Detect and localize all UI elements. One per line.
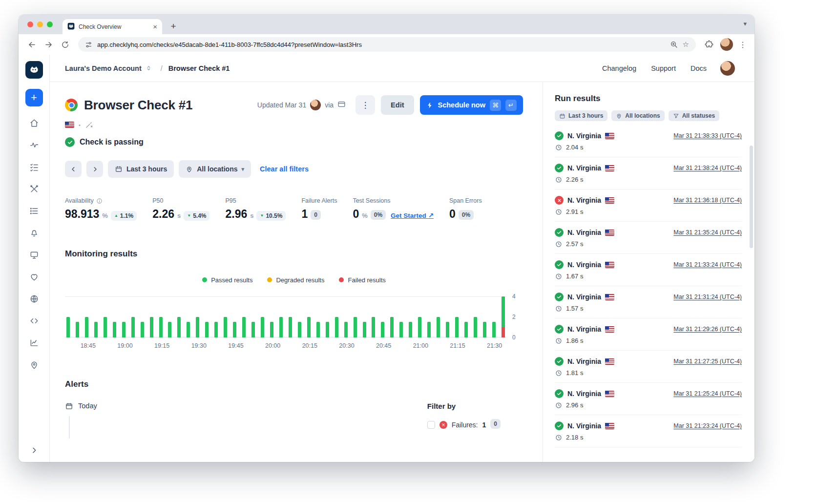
window-zoom-button[interactable] <box>47 21 53 27</box>
run-result-row[interactable]: N. VirginiaMar 31 21:23:24 (UTC-4)2.18 s <box>555 415 742 447</box>
run-status-failed-icon <box>555 196 564 205</box>
url-text[interactable]: app.checklyhq.com/checks/e45dacab-8de1-4… <box>97 41 665 48</box>
chart-bar <box>399 296 403 337</box>
updated-info: Updated Mar 31 via <box>257 100 346 110</box>
run-status-passed-icon <box>555 421 564 430</box>
run-status-passed-icon <box>555 228 564 237</box>
run-timestamp-link[interactable]: Mar 31 21:35:24 (UTC-4) <box>673 229 742 236</box>
sidebar-home-icon[interactable] <box>25 114 43 132</box>
time-range-next-button[interactable] <box>86 161 103 177</box>
extensions-icon[interactable] <box>702 37 716 52</box>
header-link-docs[interactable]: Docs <box>691 64 707 72</box>
sidebar-maintenance-icon[interactable] <box>25 180 43 198</box>
sidebar-groups-icon[interactable] <box>25 202 43 220</box>
run-result-row[interactable]: N. VirginiaMar 31 21:38:24 (UTC-4)2.26 s <box>555 157 742 189</box>
runs-filter-chip-pin[interactable]: All locations <box>611 110 664 121</box>
run-timestamp-link[interactable]: Mar 31 21:33:24 (UTC-4) <box>673 261 742 268</box>
run-result-row[interactable]: N. VirginiaMar 31 21:25:24 (UTC-4)2.96 s <box>555 383 742 415</box>
locations-filter-label: All locations <box>197 165 237 173</box>
run-result-row[interactable]: N. VirginiaMar 31 21:36:18 (UTC-4)2.91 s <box>555 189 742 222</box>
passed-segment <box>354 317 357 337</box>
browser-profile-avatar[interactable] <box>720 38 733 51</box>
time-range-filter-button[interactable]: Last 3 hours <box>108 160 174 178</box>
sidebar-analytics-icon[interactable] <box>25 334 43 352</box>
more-actions-button[interactable]: ⋮ <box>356 95 375 115</box>
legend-item: Failed results <box>339 276 385 284</box>
new-tab-button[interactable]: + <box>167 20 180 33</box>
passed-segment <box>372 317 375 337</box>
passed-segment <box>242 317 246 337</box>
run-result-row[interactable]: N. VirginiaMar 31 21:29:26 (UTC-4)1.86 s <box>555 318 742 351</box>
edit-button[interactable]: Edit <box>381 95 414 115</box>
stat-unit: s <box>250 212 253 219</box>
back-button[interactable] <box>24 37 39 52</box>
chart-bar <box>270 296 273 337</box>
bookmark-star-icon[interactable]: ☆ <box>683 40 689 49</box>
url-bar[interactable]: app.checklyhq.com/checks/e45dacab-8de1-4… <box>78 37 696 52</box>
run-location: N. Virginia <box>567 293 601 301</box>
tab-close-icon[interactable]: × <box>153 23 157 30</box>
runs-filter-chip-statuses[interactable]: All statuses <box>669 110 719 121</box>
sidebar-private-locations-icon[interactable] <box>25 290 43 308</box>
breadcrumb-account[interactable]: Laura's Demo Account <box>65 64 142 72</box>
failures-checkbox[interactable] <box>427 421 435 429</box>
chart-bar <box>344 296 348 337</box>
run-timestamp-link[interactable]: Mar 31 21:25:24 (UTC-4) <box>673 390 742 397</box>
zoom-icon[interactable] <box>670 41 678 48</box>
info-icon[interactable] <box>96 198 103 204</box>
app-header: Laura's Demo Account / Browser Check #1 … <box>50 55 754 82</box>
run-result-row[interactable]: N. VirginiaMar 31 21:31:24 (UTC-4)1.57 s <box>555 286 742 318</box>
sidebar-snippets-icon[interactable] <box>25 312 43 330</box>
stat-label: Failure Alerts <box>301 197 337 204</box>
checkly-logo[interactable] <box>25 61 43 79</box>
sidebar-collapse-icon[interactable] <box>30 446 38 454</box>
get-started-link[interactable]: Get Started ↗ <box>391 211 434 219</box>
browser-tab[interactable]: Check Overview × <box>63 19 162 34</box>
scrollbar-thumb[interactable] <box>750 146 753 248</box>
run-timestamp-link[interactable]: Mar 31 21:23:24 (UTC-4) <box>673 422 742 429</box>
run-timestamp-link[interactable]: Mar 31 21:36:18 (UTC-4) <box>673 197 742 204</box>
run-result-row[interactable]: N. VirginiaMar 31 21:33:24 (UTC-4)1.67 s <box>555 254 742 286</box>
run-timestamp-link[interactable]: Mar 31 21:31:24 (UTC-4) <box>673 294 742 300</box>
window-close-button[interactable] <box>27 21 33 27</box>
sidebar-checks-icon[interactable] <box>25 158 43 176</box>
sidebar-dashboards-icon[interactable] <box>25 246 43 264</box>
tab-search-chevron-icon[interactable]: ▾ <box>743 20 747 27</box>
run-timestamp-link[interactable]: Mar 31 21:38:24 (UTC-4) <box>673 165 742 171</box>
sidebar-locations-icon[interactable] <box>25 356 43 374</box>
time-range-prev-button[interactable] <box>65 161 82 177</box>
sidebar-performance-icon[interactable] <box>25 136 43 154</box>
sidebar-heartbeats-icon[interactable] <box>25 268 43 286</box>
run-location: N. Virginia <box>567 132 601 140</box>
site-settings-icon[interactable] <box>85 41 92 48</box>
user-avatar[interactable] <box>720 61 735 76</box>
run-result-row[interactable]: N. VirginiaMar 31 21:35:24 (UTC-4)2.57 s <box>555 222 742 254</box>
run-timestamp-link[interactable]: Mar 31 21:27:25 (UTC-4) <box>673 358 742 365</box>
chart-bar <box>242 296 246 337</box>
passed-segment <box>251 322 255 337</box>
run-timestamp-link[interactable]: Mar 31 21:38:33 (UTC-4) <box>673 132 742 139</box>
run-result-row[interactable]: N. VirginiaMar 31 21:38:33 (UTC-4)2.04 s <box>555 125 742 157</box>
header-link-support[interactable]: Support <box>651 64 676 72</box>
header-link-changelog[interactable]: Changelog <box>602 64 636 72</box>
forward-button[interactable] <box>41 37 56 52</box>
create-new-button[interactable]: + <box>25 89 43 106</box>
run-result-row[interactable]: N. VirginiaMar 31 21:27:25 (UTC-4)1.81 s <box>555 351 742 383</box>
clear-all-filters-link[interactable]: Clear all filters <box>260 165 309 173</box>
chart-bar <box>76 296 79 337</box>
run-timestamp-link[interactable]: Mar 31 21:29:26 (UTC-4) <box>673 326 742 333</box>
run-location: N. Virginia <box>567 422 601 430</box>
stats-row: Availability 98.913 % ▲1.1% P50 <box>65 197 523 222</box>
reload-button[interactable] <box>58 37 72 52</box>
sidebar-alerts-icon[interactable] <box>25 224 43 242</box>
schedule-now-button[interactable]: Schedule now ⌘ ↵ <box>420 95 523 115</box>
account-switcher-icon[interactable] <box>146 65 152 71</box>
window-minimize-button[interactable] <box>37 21 43 27</box>
run-status-passed-icon <box>555 164 564 172</box>
updated-by-avatar[interactable] <box>310 100 321 110</box>
browser-menu-icon[interactable]: ⋮ <box>737 40 749 49</box>
passed-segment <box>437 317 440 337</box>
runs-filter-chip-calendar[interactable]: Last 3 hours <box>555 110 607 121</box>
bolt-icon <box>426 102 434 109</box>
locations-filter-button[interactable]: All locations ▾ <box>179 160 251 178</box>
